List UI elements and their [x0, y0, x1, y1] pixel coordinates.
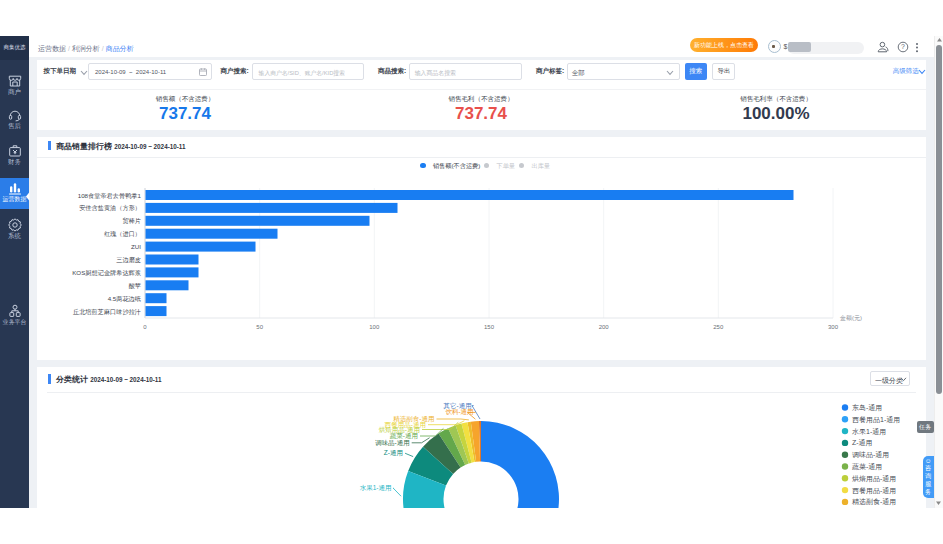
svg-text:水果1-通用: 水果1-通用 [852, 427, 886, 436]
svg-text:烘焙用品-通用: 烘焙用品-通用 [852, 474, 896, 483]
svg-text:4.5两花边纸: 4.5两花边纸 [108, 294, 141, 302]
svg-text:东岛-通用: 东岛-通用 [852, 403, 882, 412]
svg-text:酸苹: 酸苹 [129, 281, 142, 289]
svg-text:水果1-通用: 水果1-通用 [360, 484, 392, 492]
svg-text:丘北培煎芝麻口味沙拉汁: 丘北培煎芝麻口味沙拉汁 [73, 307, 141, 315]
svg-text:调味品-通用: 调味品-通用 [852, 450, 889, 459]
svg-text:KOS厨想记金牌希达辉浆: KOS厨想记金牌希达辉浆 [72, 268, 142, 276]
svg-text:西餐用品1-通用: 西餐用品1-通用 [852, 415, 900, 424]
svg-text:50: 50 [256, 324, 263, 330]
svg-text:300: 300 [828, 324, 839, 330]
svg-text:0: 0 [143, 324, 147, 330]
svg-text:250: 250 [713, 324, 724, 330]
svg-text:200: 200 [599, 324, 610, 330]
svg-text:蔬菜-通用: 蔬菜-通用 [852, 462, 882, 471]
svg-text:100: 100 [369, 324, 380, 330]
svg-text:三边磨皮: 三边磨皮 [116, 256, 141, 264]
svg-text:饮料-通用: 饮料-通用 [444, 408, 473, 416]
svg-text:150: 150 [484, 324, 495, 330]
svg-text:红瑰（进口）: 红瑰（进口） [104, 230, 141, 238]
svg-text:?: ? [901, 43, 905, 50]
svg-text:金额(元): 金额(元) [839, 314, 862, 321]
svg-text:Z-通用: Z-通用 [852, 438, 873, 447]
svg-text:西餐用品-通用: 西餐用品-通用 [852, 486, 896, 495]
svg-text:精选副食-通用: 精选副食-通用 [852, 497, 896, 506]
svg-text:ZUI: ZUI [131, 243, 141, 250]
svg-text:108食堂帝君去骨鸭掌1: 108食堂帝君去骨鸭掌1 [78, 191, 142, 199]
svg-text:安佳含盐黄油（方形）: 安佳含盐黄油（方形） [79, 204, 141, 212]
svg-text:调味品-通用: 调味品-通用 [375, 439, 410, 447]
svg-text:贸棒片: 贸棒片 [122, 217, 141, 225]
svg-text:Z-通用: Z-通用 [384, 449, 403, 457]
